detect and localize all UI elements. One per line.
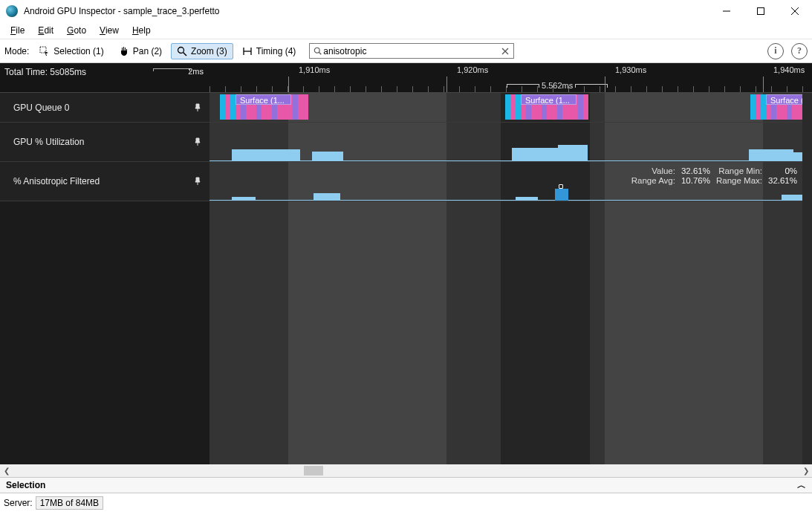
mode-zoom-button[interactable]: Zoom (3) (171, 43, 233, 59)
help-button[interactable]: ? (791, 43, 808, 59)
toolbar: Mode: Selection (1) Pan (2) Zoom (3) Tim… (0, 39, 812, 63)
pan-icon (119, 46, 129, 56)
search-box[interactable] (309, 43, 514, 59)
selection-panel-title: Selection (6, 480, 45, 490)
timeline-panel: Total Time: 5s085ms 2ms 5.562ms 1,910ms1… (0, 63, 812, 477)
ruler-scale-label: 2ms (188, 67, 204, 76)
ruler-tick-label: 1,920ms (457, 65, 488, 74)
mode-label: Mode: (4, 46, 29, 56)
track-label: % Anisotropic Filtered (13, 176, 100, 186)
app-icon (6, 5, 18, 17)
track-gpu-util[interactable] (210, 123, 812, 161)
menu-view[interactable]: View (94, 24, 125, 37)
selection-icon (39, 46, 50, 56)
pin-icon[interactable] (193, 177, 202, 186)
ruler-scale-bar (153, 68, 190, 71)
track-label: GPU % Utilization (13, 137, 84, 147)
chevron-up-icon[interactable]: ︿ (797, 479, 806, 492)
server-label: Server: (4, 498, 33, 508)
search-icon (313, 46, 323, 56)
menubar: File Edit Goto View Help (0, 22, 812, 39)
svg-point-10 (315, 48, 320, 53)
cursor-marker (559, 184, 563, 189)
statusbar: Server: 17MB of 84MB (0, 493, 812, 512)
scroll-right-icon[interactable]: ❯ (799, 464, 812, 477)
server-memory-badge: 17MB of 84MB (36, 496, 103, 510)
timeline-empty-area (0, 201, 812, 464)
track-row-gpu-queue: GPU Queue 0 Surface (1... (0, 93, 812, 123)
timeline-header-left: Total Time: 5s085ms 2ms (0, 63, 210, 93)
track-anisotropic[interactable]: Value:32.61% Range Min:0% Range Avg:10.7… (210, 162, 812, 201)
window-close-button[interactable] (778, 0, 812, 22)
menu-file[interactable]: File (4, 24, 30, 37)
svg-line-11 (319, 52, 322, 54)
pin-icon[interactable] (193, 103, 202, 112)
mode-zoom-label: Zoom (3) (191, 46, 227, 56)
mode-selection-button[interactable]: Selection (1) (33, 43, 109, 59)
window-maximize-button[interactable] (744, 0, 778, 22)
menu-goto[interactable]: Goto (61, 24, 92, 37)
mode-timing-label: Timing (4) (256, 46, 296, 56)
menu-edit[interactable]: Edit (32, 24, 59, 37)
vertical-scrollbar[interactable] (802, 93, 812, 464)
zoom-icon (177, 46, 187, 56)
track-label: GPU Queue 0 (13, 103, 69, 113)
track-row-gpu-util: GPU % Utilization (0, 123, 812, 162)
window-titlebar: Android GPU Inspector - sample_trace_3.p… (0, 0, 812, 22)
mode-timing-button[interactable]: Timing (4) (236, 43, 302, 59)
svg-line-6 (183, 52, 187, 56)
ruler-tick-label: 1,910ms (299, 65, 330, 74)
track-gpu-queue[interactable]: Surface (1... Surface (1... (210, 93, 812, 122)
track-row-anisotropic: % Anisotropic Filtered Value:32.61% Rang… (0, 162, 812, 201)
mode-pan-button[interactable]: Pan (2) (113, 43, 168, 59)
surface-block[interactable]: Surface (1... (521, 94, 576, 105)
search-input[interactable] (323, 46, 500, 56)
ruler-tick-label: 1,940ms (773, 65, 805, 74)
pin-icon[interactable] (193, 137, 202, 146)
selection-panel-header[interactable]: Selection ︿ (0, 477, 812, 493)
scroll-left-icon[interactable]: ❮ (0, 464, 13, 477)
search-clear-icon[interactable] (500, 46, 510, 56)
mode-pan-label: Pan (2) (133, 46, 162, 56)
horizontal-scrollbar[interactable]: ❮ ❯ (0, 464, 812, 477)
menu-help[interactable]: Help (126, 24, 157, 37)
svg-point-5 (178, 47, 184, 53)
scrollbar-thumb[interactable] (304, 466, 323, 476)
window-title: Android GPU Inspector - sample_trace_3.p… (24, 6, 219, 16)
total-time-label: Total Time: 5s085ms (4, 67, 86, 77)
value-tooltip: Value:32.61% Range Min:0% Range Avg:10.7… (631, 166, 797, 185)
mode-selection-label: Selection (1) (53, 46, 103, 56)
timeline-ruler[interactable]: 5.562ms 1,910ms1,920ms1,930ms1,940ms (210, 63, 812, 93)
timing-icon (242, 46, 253, 56)
ruler-tick-label: 1,930ms (615, 65, 646, 74)
info-button[interactable]: i (767, 43, 784, 59)
svg-rect-1 (758, 8, 764, 15)
surface-block[interactable]: Surface (1... (236, 94, 291, 105)
window-minimize-button[interactable] (709, 0, 744, 22)
